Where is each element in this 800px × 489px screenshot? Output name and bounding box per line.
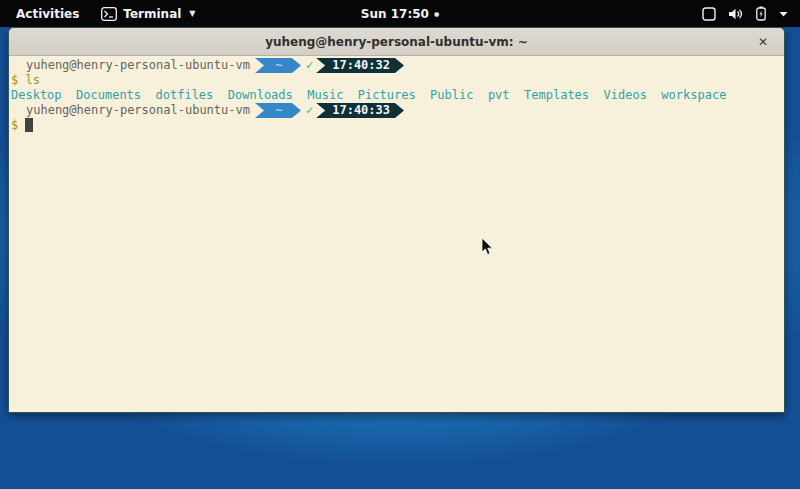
chevron-down-icon — [779, 11, 788, 17]
window-titlebar[interactable]: yuheng@henry-personal-ubuntu-vm: ~ ✕ — [9, 28, 784, 56]
status-check-icon: ✓ — [306, 103, 313, 117]
screen-icon — [702, 7, 716, 21]
status-check-icon: ✓ — [306, 58, 313, 72]
top-bar: Activities Terminal ▼ Sun 17:50 ● — [0, 0, 800, 27]
terminal-window: yuheng@henry-personal-ubuntu-vm: ~ ✕ yuh… — [8, 27, 785, 413]
directory-entry: dotfiles — [156, 88, 214, 102]
prompt-symbol: $ — [11, 118, 18, 132]
directory-entry: Documents — [76, 88, 141, 102]
ls-output-line: Desktop Documents dotfiles Downloads Mus… — [11, 88, 782, 103]
terminal-cursor — [25, 118, 33, 132]
directory-entry: Videos — [604, 88, 647, 102]
directory-entry: Desktop — [11, 88, 62, 102]
command-line-current[interactable]: $ — [11, 118, 782, 133]
directory-entry: pvt — [488, 88, 510, 102]
battery-charging-icon — [755, 6, 767, 21]
app-menu-caret-icon: ▼ — [189, 9, 195, 18]
prompt-symbol: $ — [11, 73, 18, 87]
terminal-app-icon — [101, 7, 117, 21]
system-status-area[interactable] — [696, 0, 794, 27]
app-menu[interactable]: Terminal ▼ — [101, 7, 195, 21]
terminal-content[interactable]: yuheng@henry-personal-ubuntu-vm~✓17:40:3… — [9, 56, 784, 412]
clock-label: Sun 17:50 — [361, 7, 429, 21]
volume-icon — [728, 7, 743, 21]
prompt-line: yuheng@henry-personal-ubuntu-vm~✓17:40:3… — [11, 58, 782, 73]
mouse-cursor — [481, 237, 494, 260]
directory-entry: Music — [307, 88, 343, 102]
notification-dot: ● — [434, 10, 439, 17]
directory-entry: Templates — [524, 88, 589, 102]
directory-entry: workspace — [661, 88, 726, 102]
command-text: ls — [25, 73, 39, 87]
directory-entry: Pictures — [358, 88, 416, 102]
clock-button[interactable]: Sun 17:50 ● — [361, 0, 439, 27]
prompt-user-host: yuheng@henry-personal-ubuntu-vm — [26, 58, 250, 72]
prompt-time-segment: 17:40:32 — [316, 58, 404, 73]
directory-entry: Public — [430, 88, 473, 102]
desktop-background: yuheng@henry-personal-ubuntu-vm: ~ ✕ yuh… — [0, 27, 800, 489]
prompt-cwd-segment: ~ — [255, 58, 301, 73]
directory-entry: Downloads — [228, 88, 293, 102]
prompt-user-host: yuheng@henry-personal-ubuntu-vm — [26, 103, 250, 117]
window-title: yuheng@henry-personal-ubuntu-vm: ~ — [265, 35, 528, 49]
prompt-cwd-segment: ~ — [255, 103, 301, 118]
command-line: $ ls — [11, 73, 782, 88]
close-button[interactable]: ✕ — [752, 28, 774, 56]
prompt-time-segment: 17:40:33 — [316, 103, 404, 118]
prompt-line: yuheng@henry-personal-ubuntu-vm~✓17:40:3… — [11, 103, 782, 118]
activities-button[interactable]: Activities — [12, 7, 83, 21]
app-menu-label: Terminal — [123, 7, 181, 21]
